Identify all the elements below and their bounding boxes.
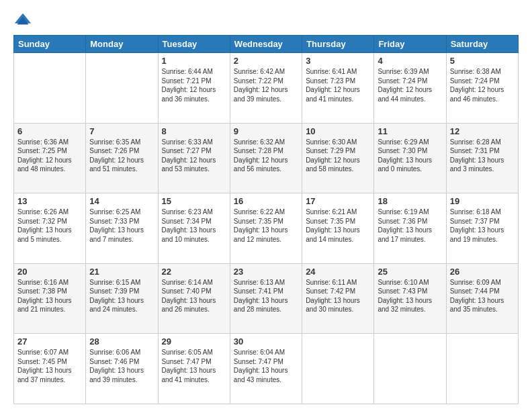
calendar-cell: 17Sunrise: 6:21 AM Sunset: 7:35 PM Dayli… [302, 193, 374, 264]
day-number: 1 [162, 56, 226, 66]
calendar-table: SundayMondayTuesdayWednesdayThursdayFrid… [13, 35, 519, 404]
day-info: Sunrise: 6:21 AM Sunset: 7:35 PM Dayligh… [306, 208, 370, 244]
day-number: 13 [17, 196, 82, 206]
calendar-cell: 23Sunrise: 6:13 AM Sunset: 7:41 PM Dayli… [230, 263, 302, 334]
day-number: 15 [162, 196, 226, 206]
calendar-cell: 16Sunrise: 6:22 AM Sunset: 7:35 PM Dayli… [230, 193, 302, 264]
calendar-cell: 13Sunrise: 6:26 AM Sunset: 7:32 PM Dayli… [14, 193, 86, 264]
day-info: Sunrise: 6:39 AM Sunset: 7:24 PM Dayligh… [378, 67, 442, 103]
day-info: Sunrise: 6:15 AM Sunset: 7:39 PM Dayligh… [89, 278, 154, 314]
calendar-cell: 26Sunrise: 6:09 AM Sunset: 7:44 PM Dayli… [446, 263, 518, 334]
day-info: Sunrise: 6:29 AM Sunset: 7:30 PM Dayligh… [378, 138, 442, 174]
logo-icon [13, 11, 32, 30]
day-info: Sunrise: 6:41 AM Sunset: 7:23 PM Dayligh… [306, 67, 370, 103]
calendar-cell [86, 53, 158, 124]
day-info: Sunrise: 6:04 AM Sunset: 7:47 PM Dayligh… [234, 348, 298, 384]
day-number: 21 [89, 267, 154, 277]
day-header-thursday: Thursday [302, 36, 374, 53]
day-info: Sunrise: 6:18 AM Sunset: 7:37 PM Dayligh… [450, 208, 515, 244]
day-number: 24 [306, 267, 370, 277]
day-info: Sunrise: 6:33 AM Sunset: 7:27 PM Dayligh… [162, 138, 226, 174]
calendar-cell: 7Sunrise: 6:35 AM Sunset: 7:26 PM Daylig… [86, 123, 158, 193]
day-number: 29 [162, 336, 226, 347]
day-number: 19 [450, 196, 515, 206]
day-info: Sunrise: 6:44 AM Sunset: 7:21 PM Dayligh… [162, 67, 226, 103]
calendar-cell [14, 53, 86, 124]
day-info: Sunrise: 6:23 AM Sunset: 7:34 PM Dayligh… [162, 208, 226, 244]
calendar-cell: 5Sunrise: 6:38 AM Sunset: 7:24 PM Daylig… [446, 53, 518, 124]
day-number: 4 [378, 56, 442, 66]
day-info: Sunrise: 6:38 AM Sunset: 7:24 PM Dayligh… [450, 67, 515, 103]
day-number: 18 [378, 196, 442, 206]
day-header-tuesday: Tuesday [158, 36, 230, 53]
day-info: Sunrise: 6:26 AM Sunset: 7:32 PM Dayligh… [17, 208, 82, 244]
day-number: 5 [450, 56, 515, 66]
calendar-cell: 12Sunrise: 6:28 AM Sunset: 7:31 PM Dayli… [446, 123, 518, 193]
day-number: 28 [89, 336, 154, 347]
day-number: 22 [162, 267, 226, 277]
day-number: 30 [234, 336, 298, 347]
week-row-5: 27Sunrise: 6:07 AM Sunset: 7:45 PM Dayli… [14, 334, 519, 404]
day-info: Sunrise: 6:42 AM Sunset: 7:22 PM Dayligh… [234, 67, 298, 103]
day-number: 7 [89, 126, 154, 136]
day-number: 17 [306, 196, 370, 206]
calendar-cell: 30Sunrise: 6:04 AM Sunset: 7:47 PM Dayli… [230, 334, 302, 404]
calendar-cell: 9Sunrise: 6:32 AM Sunset: 7:28 PM Daylig… [230, 123, 302, 193]
week-row-4: 20Sunrise: 6:16 AM Sunset: 7:38 PM Dayli… [14, 263, 519, 334]
day-number: 27 [17, 336, 82, 347]
day-header-sunday: Sunday [14, 36, 86, 53]
day-info: Sunrise: 6:13 AM Sunset: 7:41 PM Dayligh… [234, 278, 298, 314]
week-row-3: 13Sunrise: 6:26 AM Sunset: 7:32 PM Dayli… [14, 193, 519, 264]
calendar-cell: 2Sunrise: 6:42 AM Sunset: 7:22 PM Daylig… [230, 53, 302, 124]
calendar-cell: 24Sunrise: 6:11 AM Sunset: 7:42 PM Dayli… [302, 263, 374, 334]
calendar-cell [302, 334, 374, 404]
calendar-cell: 11Sunrise: 6:29 AM Sunset: 7:30 PM Dayli… [374, 123, 446, 193]
day-info: Sunrise: 6:10 AM Sunset: 7:43 PM Dayligh… [378, 278, 442, 314]
day-number: 12 [450, 126, 515, 136]
day-number: 11 [378, 126, 442, 136]
day-info: Sunrise: 6:07 AM Sunset: 7:45 PM Dayligh… [17, 348, 82, 384]
day-number: 3 [306, 56, 370, 66]
calendar-cell: 6Sunrise: 6:36 AM Sunset: 7:25 PM Daylig… [14, 123, 86, 193]
day-number: 26 [450, 267, 515, 277]
day-number: 6 [17, 126, 82, 136]
day-number: 14 [89, 196, 154, 206]
day-number: 23 [234, 267, 298, 277]
day-info: Sunrise: 6:05 AM Sunset: 7:47 PM Dayligh… [162, 348, 226, 384]
day-info: Sunrise: 6:22 AM Sunset: 7:35 PM Dayligh… [234, 208, 298, 244]
day-number: 2 [234, 56, 298, 66]
day-info: Sunrise: 6:11 AM Sunset: 7:42 PM Dayligh… [306, 278, 370, 314]
week-row-1: 1Sunrise: 6:44 AM Sunset: 7:21 PM Daylig… [14, 53, 519, 124]
day-number: 9 [234, 126, 298, 136]
day-info: Sunrise: 6:16 AM Sunset: 7:38 PM Dayligh… [17, 278, 82, 314]
calendar-cell: 3Sunrise: 6:41 AM Sunset: 7:23 PM Daylig… [302, 53, 374, 124]
week-row-2: 6Sunrise: 6:36 AM Sunset: 7:25 PM Daylig… [14, 123, 519, 193]
calendar-cell: 10Sunrise: 6:30 AM Sunset: 7:29 PM Dayli… [302, 123, 374, 193]
day-info: Sunrise: 6:28 AM Sunset: 7:31 PM Dayligh… [450, 138, 515, 174]
day-info: Sunrise: 6:30 AM Sunset: 7:29 PM Dayligh… [306, 138, 370, 174]
logo [13, 11, 35, 30]
day-info: Sunrise: 6:36 AM Sunset: 7:25 PM Dayligh… [17, 138, 82, 174]
calendar-cell: 21Sunrise: 6:15 AM Sunset: 7:39 PM Dayli… [86, 263, 158, 334]
calendar-cell [446, 334, 518, 404]
day-header-saturday: Saturday [446, 36, 518, 53]
day-info: Sunrise: 6:32 AM Sunset: 7:28 PM Dayligh… [234, 138, 298, 174]
calendar-cell: 19Sunrise: 6:18 AM Sunset: 7:37 PM Dayli… [446, 193, 518, 264]
calendar-cell: 14Sunrise: 6:25 AM Sunset: 7:33 PM Dayli… [86, 193, 158, 264]
header [13, 11, 519, 30]
day-number: 25 [378, 267, 442, 277]
day-info: Sunrise: 6:35 AM Sunset: 7:26 PM Dayligh… [89, 138, 154, 174]
calendar-cell: 22Sunrise: 6:14 AM Sunset: 7:40 PM Dayli… [158, 263, 230, 334]
day-header-wednesday: Wednesday [230, 36, 302, 53]
calendar-cell: 29Sunrise: 6:05 AM Sunset: 7:47 PM Dayli… [158, 334, 230, 404]
day-number: 10 [306, 126, 370, 136]
day-number: 20 [17, 267, 82, 277]
calendar-cell: 25Sunrise: 6:10 AM Sunset: 7:43 PM Dayli… [374, 263, 446, 334]
day-info: Sunrise: 6:14 AM Sunset: 7:40 PM Dayligh… [162, 278, 226, 314]
calendar-cell: 15Sunrise: 6:23 AM Sunset: 7:34 PM Dayli… [158, 193, 230, 264]
calendar-cell: 18Sunrise: 6:19 AM Sunset: 7:36 PM Dayli… [374, 193, 446, 264]
calendar-cell: 28Sunrise: 6:06 AM Sunset: 7:46 PM Dayli… [86, 334, 158, 404]
calendar-cell: 1Sunrise: 6:44 AM Sunset: 7:21 PM Daylig… [158, 53, 230, 124]
page: SundayMondayTuesdayWednesdayThursdayFrid… [0, 0, 532, 411]
day-info: Sunrise: 6:06 AM Sunset: 7:46 PM Dayligh… [89, 348, 154, 384]
